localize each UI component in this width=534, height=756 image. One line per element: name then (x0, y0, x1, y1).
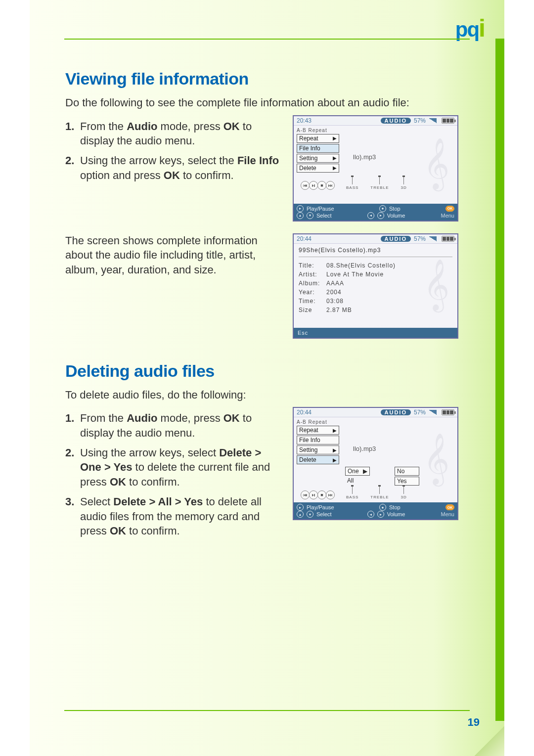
play-pause-key-icon: ▸ (297, 504, 304, 511)
step-bold: Delete > All > Yes (113, 495, 203, 508)
menu-label: Delete (299, 456, 316, 463)
ok-key-icon: OK (445, 206, 454, 212)
info-value: 08.She(Elvis Costello) (326, 261, 396, 270)
signal-icon (429, 410, 437, 415)
stop-icon[interactable]: ■ (317, 490, 326, 499)
manual-page: pqi 19 Viewing file information Do the f… (30, 0, 504, 756)
mode-pill: AUDIO (381, 118, 411, 124)
accent-bar (495, 39, 504, 721)
section-title-delete: Deleting audio files (65, 361, 471, 381)
step-bold: OK (223, 412, 240, 424)
screenshot-audio-menu: 20:43 AUDIO 57% 𝄞 A-B Repeat Repeat▶ Fil… (293, 115, 458, 222)
menu-label: Setting (299, 446, 317, 453)
chevron-right-icon: ▶ (333, 135, 337, 141)
step-text: mode, press (157, 412, 223, 424)
3d-slider[interactable]: 3D (400, 176, 406, 190)
menu-label: File Info (299, 145, 320, 152)
step-text: From the (80, 120, 127, 133)
step-text: From the (80, 412, 127, 424)
bass-slider[interactable]: BASS (346, 176, 358, 190)
background-filename: llo).mp3 (353, 445, 376, 452)
chevron-right-icon: ▶ (333, 165, 337, 171)
3d-slider[interactable]: 3D (400, 485, 406, 499)
info-key: Title: (299, 261, 326, 270)
up-key-icon: ▴ (297, 212, 304, 219)
logo-text: pq (455, 18, 479, 41)
device-softkeys: ▸Play/Pause ●Stop OK ▴▾Select ◂▸Volume M… (294, 502, 457, 519)
submenu-yes[interactable]: Yes (395, 477, 419, 486)
footer-rule (64, 710, 470, 711)
signal-icon (429, 236, 437, 241)
info-filename: 99She(Elvis Costello).mp3 (299, 247, 452, 254)
menu-item-file-info[interactable]: File Info (297, 144, 339, 153)
info-value: 2.87 MB (326, 306, 352, 314)
battery-icon (442, 118, 454, 124)
prev-icon[interactable]: ⏮ (301, 490, 310, 499)
step-bold: OK (223, 120, 240, 133)
menu-item-delete[interactable]: Delete▶ (297, 164, 339, 173)
chevron-right-icon: ▶ (333, 447, 337, 453)
menu-item-setting[interactable]: Setting▶ (297, 154, 339, 163)
signal-icon (429, 118, 437, 123)
submenu-all[interactable]: All (345, 477, 364, 485)
submenu-label: No (397, 468, 404, 475)
stop-icon[interactable]: ■ (317, 181, 326, 190)
screenshot-delete-menu: 20:44 AUDIO 57% 𝄞 A-B Repeat Repeat▶ Fil… (293, 407, 458, 520)
section2-steps: 1. From the Audio mode, press OK to disp… (65, 411, 283, 538)
menu-label: Setting (299, 155, 317, 162)
section1-row2: The screen shows complete information ab… (65, 233, 471, 339)
treble-slider[interactable]: TREBLE (370, 485, 389, 499)
right-key-icon: ▸ (377, 212, 384, 219)
device-statusbar: 20:44 AUDIO 57% (294, 234, 457, 244)
section1-intro: Do the following to see the complete fil… (65, 95, 471, 110)
menu-item-repeat[interactable]: Repeat▶ (297, 426, 339, 435)
page-curl (475, 726, 504, 756)
play-pause-icon[interactable]: ⏯ (309, 490, 318, 499)
submenu-one[interactable]: One▶ (345, 467, 370, 476)
stop-key-icon: ● (379, 504, 386, 511)
step-bold: OK (164, 169, 180, 181)
menu-label: Delete (299, 165, 316, 172)
next-icon[interactable]: ⏭ (326, 181, 335, 190)
softkey-label: Stop (389, 504, 400, 510)
submenu-label: One (348, 468, 359, 475)
left-key-icon: ◂ (367, 511, 374, 518)
step-number: 2. (65, 153, 74, 168)
step-number: 3. (65, 494, 74, 509)
device-softkeys: ▸Play/Pause ●Stop OK ▴▾Select ◂▸Volume M… (294, 204, 457, 221)
bass-slider[interactable]: BASS (346, 485, 358, 499)
device-body: 𝄞 A-B Repeat Repeat▶ File Info Setting▶ … (294, 417, 457, 502)
section1-steps: 1. From the Audio mode, press OK to disp… (65, 119, 283, 183)
step-number: 1. (65, 119, 74, 134)
step-number: 1. (65, 411, 74, 426)
screenshot-file-info: 20:44 AUDIO 57% 𝄞 99She(Elvis Costello).… (293, 233, 458, 339)
info-key: Year: (299, 288, 326, 297)
controls-row: ⏮ ⏯ ■ ⏭ BASS TREBLE 3D (301, 176, 454, 190)
menu-label: File Info (299, 437, 320, 444)
next-icon[interactable]: ⏭ (326, 490, 335, 499)
step: 2. Using the arrow keys, select Delete >… (80, 445, 283, 489)
battery-icon (442, 236, 454, 242)
eq-label: 3D (400, 495, 406, 499)
esc-softkey[interactable]: Esc (294, 328, 457, 338)
menu-item-repeat[interactable]: Repeat▶ (297, 134, 339, 143)
battery-percent: 57% (414, 117, 426, 124)
play-pause-key-icon: ▸ (297, 205, 304, 212)
chevron-right-icon: ▶ (333, 428, 337, 433)
section2-intro: To delete audio files, do the following: (65, 388, 471, 402)
menu-label: Repeat (299, 135, 318, 142)
prev-icon[interactable]: ⏮ (301, 181, 310, 190)
step: 1. From the Audio mode, press OK to disp… (80, 119, 283, 148)
treble-slider[interactable]: TREBLE (370, 176, 389, 190)
clock: 20:44 (297, 409, 312, 416)
step-text: to confirm. (126, 525, 180, 537)
menu-item-setting[interactable]: Setting▶ (297, 445, 339, 454)
battery-percent: 57% (414, 235, 426, 242)
menu-item-delete[interactable]: Delete▶ (297, 455, 339, 464)
menu-item-file-info[interactable]: File Info (297, 436, 339, 445)
play-pause-icon[interactable]: ⏯ (309, 181, 318, 190)
info-value: AAAA (326, 279, 344, 288)
submenu-no[interactable]: No (395, 467, 419, 476)
step-text: option and press (80, 169, 164, 181)
step-text: to confirm. (126, 476, 180, 488)
